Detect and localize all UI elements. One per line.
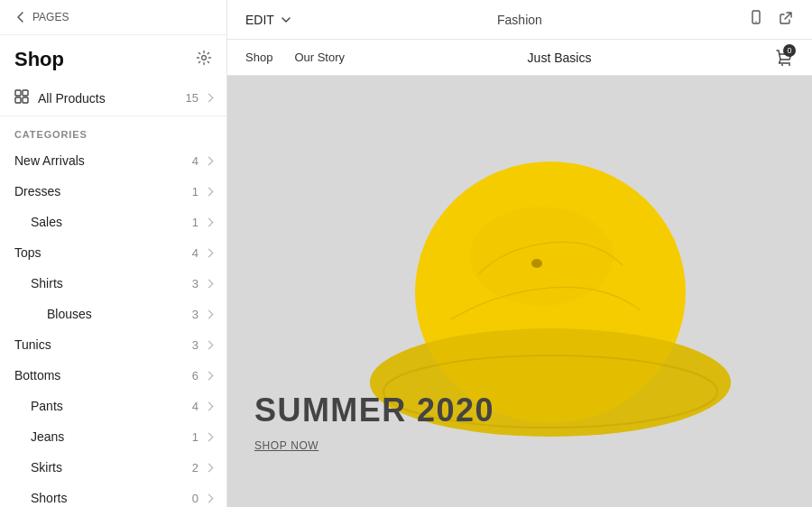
svg-point-7: [781, 64, 783, 66]
category-row[interactable]: Bottoms 6: [0, 360, 226, 391]
category-chevron: [205, 309, 214, 318]
category-count: 6: [192, 369, 198, 383]
svg-rect-2: [23, 90, 28, 96]
category-row[interactable]: Shorts 0: [0, 483, 226, 507]
svg-point-11: [469, 207, 614, 306]
category-count: 4: [192, 154, 198, 168]
back-to-pages[interactable]: PAGES: [0, 0, 226, 35]
svg-point-6: [755, 21, 756, 22]
category-row[interactable]: Jeans 1: [0, 421, 226, 452]
topbar: EDIT Fashion: [227, 0, 812, 40]
back-icon: [14, 11, 27, 23]
category-name: Dresses: [14, 184, 60, 198]
category-count: 4: [192, 400, 198, 413]
hero-text-block: SUMMER 2020 SHOP NOW: [254, 392, 494, 453]
category-chevron: [205, 279, 214, 288]
category-name: Tops: [14, 245, 42, 260]
nav-shop-link[interactable]: Shop: [245, 51, 272, 64]
category-count: 1: [192, 216, 198, 229]
category-count: 2: [192, 461, 198, 475]
svg-rect-4: [23, 97, 28, 103]
topbar-actions: [747, 9, 794, 30]
hero-section: SUMMER 2020 SHOP NOW: [227, 76, 812, 507]
category-name: Shirts: [14, 276, 63, 290]
navbar: Shop Our Story Just Basics 0: [227, 40, 812, 76]
all-products-count: 15: [186, 91, 198, 105]
category-row[interactable]: Dresses 1: [0, 176, 226, 207]
category-name: Blouses: [14, 307, 92, 321]
categories-heading: CATEGORIES: [0, 116, 226, 145]
svg-rect-1: [15, 90, 21, 96]
cart-icon-wrapper[interactable]: 0: [774, 48, 794, 68]
category-chevron: [205, 493, 214, 502]
svg-rect-3: [15, 97, 21, 103]
category-chevron: [205, 187, 214, 196]
category-row[interactable]: Pants 4: [0, 391, 226, 421]
all-products-row[interactable]: All Products 15: [0, 80, 226, 116]
category-count: 3: [192, 277, 198, 290]
nav-our-story-link[interactable]: Our Story: [294, 51, 345, 64]
category-row[interactable]: Skirts 2: [0, 452, 226, 483]
external-link-icon[interactable]: [778, 10, 794, 29]
category-chevron: [205, 463, 214, 472]
all-products-chevron: [205, 94, 214, 103]
category-chevron: [205, 248, 214, 257]
category-name: Jeans: [14, 429, 64, 444]
shop-title: Shop: [14, 48, 64, 71]
category-row[interactable]: Shirts 3: [0, 268, 226, 299]
category-count: 1: [192, 430, 198, 444]
category-name: Sales: [14, 215, 62, 229]
hero-title: SUMMER 2020: [254, 392, 494, 429]
svg-point-0: [202, 56, 207, 60]
preview-panel: EDIT Fashion Shop Our Story: [227, 0, 812, 507]
category-name: Bottoms: [14, 368, 60, 383]
brand-name: Just Basics: [528, 51, 592, 65]
category-row[interactable]: Tunics 3: [0, 329, 226, 360]
category-chevron: [205, 401, 214, 410]
category-row[interactable]: New Arrivals 4: [0, 145, 226, 176]
category-chevron: [205, 432, 214, 441]
category-chevron: [205, 156, 214, 165]
category-name: Pants: [14, 399, 63, 413]
dropdown-arrow-icon: [280, 14, 292, 26]
edit-button[interactable]: EDIT: [245, 13, 292, 27]
back-label: PAGES: [32, 11, 69, 23]
svg-point-8: [789, 64, 790, 66]
edit-label: EDIT: [245, 13, 274, 27]
category-row[interactable]: Blouses 3: [0, 299, 226, 329]
navbar-links: Shop Our Story: [245, 51, 345, 64]
sidebar: PAGES Shop All Products 15: [0, 0, 227, 507]
all-products-label: All Products: [38, 91, 106, 106]
category-name: New Arrivals: [14, 153, 85, 168]
shop-now-link[interactable]: SHOP NOW: [254, 439, 318, 452]
category-row[interactable]: Sales 1: [0, 207, 226, 237]
categories-list: New Arrivals 4 Dresses 1 Sales 1 Tops 4 …: [0, 145, 226, 507]
category-count: 4: [192, 246, 198, 260]
category-count: 3: [192, 308, 198, 321]
category-name: Shorts: [14, 491, 67, 505]
site-name: Fashion: [497, 13, 542, 27]
category-name: Tunics: [14, 337, 51, 352]
cart-count-badge: 0: [783, 44, 796, 57]
gear-icon[interactable]: [196, 50, 212, 69]
mobile-preview-icon[interactable]: [747, 9, 765, 30]
category-chevron: [205, 217, 214, 226]
category-count: 3: [192, 338, 198, 352]
category-count: 1: [192, 185, 198, 198]
category-chevron: [205, 371, 214, 380]
category-name: Skirts: [14, 460, 62, 475]
grid-icon: [14, 89, 29, 106]
svg-point-14: [531, 259, 542, 268]
sidebar-header: Shop: [0, 35, 226, 80]
category-chevron: [205, 340, 214, 349]
category-count: 0: [192, 492, 198, 505]
category-row[interactable]: Tops 4: [0, 237, 226, 268]
